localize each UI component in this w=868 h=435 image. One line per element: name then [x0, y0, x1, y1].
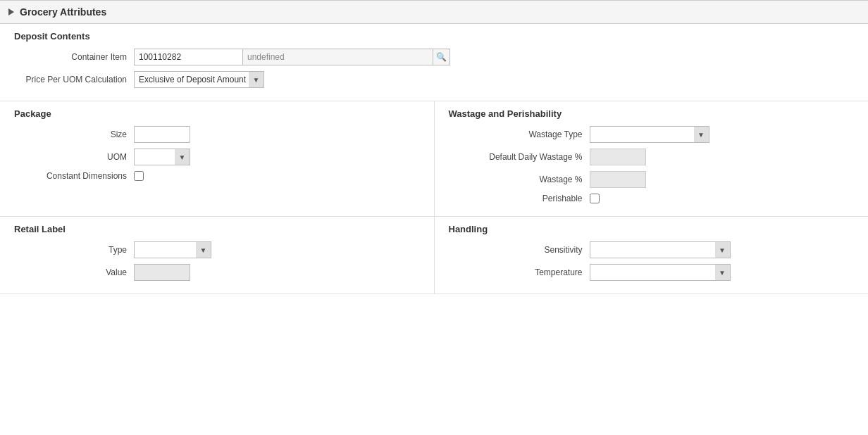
sensitivity-label: Sensitivity [449, 245, 590, 255]
sensitivity-select-wrapper: ▼ [590, 241, 731, 258]
wastage-pct-label: Wastage % [449, 175, 590, 184]
section-title: Grocery Attributes [20, 6, 106, 18]
wastage-pct-row: Wastage % [449, 171, 855, 188]
retail-type-row: Type ▼ [14, 241, 420, 258]
handling-label: Handling [449, 224, 855, 234]
temperature-row: Temperature ▼ [449, 264, 855, 281]
perishable-label: Perishable [449, 194, 590, 203]
retail-value-input [134, 264, 190, 281]
default-daily-wastage-input [590, 149, 646, 165]
wastage-section: Wastage and Perishability Wastage Type ▼… [435, 101, 869, 216]
uom-row: UOM ▼ [14, 149, 420, 165]
search-icon: 🔍 [436, 52, 447, 62]
wastage-type-row: Wastage Type ▼ [449, 126, 855, 143]
package-wastage-row: Package Size UOM ▼ Constant Dimensions [0, 101, 868, 217]
package-label: Package [14, 108, 420, 119]
container-item-search-button[interactable]: 🔍 [433, 49, 450, 65]
container-item-input[interactable] [134, 49, 243, 65]
constant-dimensions-label: Constant Dimensions [14, 171, 134, 181]
main-container: Grocery Attributes Deposit Contents Cont… [0, 0, 868, 435]
temperature-label: Temperature [449, 267, 590, 277]
wastage-type-select[interactable] [590, 126, 709, 143]
constant-dimensions-checkbox[interactable] [134, 171, 144, 181]
constant-dimensions-row: Constant Dimensions [14, 171, 420, 181]
retail-type-select[interactable] [134, 241, 211, 258]
size-label: Size [14, 130, 134, 139]
uom-select-wrapper: ▼ [134, 149, 190, 165]
price-per-uom-select[interactable]: Exclusive of Deposit Amount Inclusive of… [134, 71, 264, 88]
retail-value-label: Value [14, 267, 134, 277]
retail-value-row: Value [14, 264, 420, 281]
wastage-label: Wastage and Perishability [449, 108, 855, 119]
default-daily-wastage-row: Default Daily Wastage % [449, 149, 855, 165]
sensitivity-row: Sensitivity ▼ [449, 241, 855, 258]
retail-label-section: Retail Label Type ▼ Value [0, 217, 435, 294]
price-per-uom-label: Price Per UOM Calculation [14, 75, 134, 84]
price-per-uom-row: Price Per UOM Calculation Exclusive of D… [14, 71, 854, 88]
retail-type-select-wrapper: ▼ [134, 241, 211, 258]
size-row: Size [14, 126, 420, 143]
wastage-type-select-wrapper: ▼ [590, 126, 709, 143]
package-section: Package Size UOM ▼ Constant Dimensions [0, 101, 435, 216]
perishable-checkbox[interactable] [590, 194, 600, 203]
deposit-contents-section: Deposit Contents Container Item 🔍 Price … [0, 24, 868, 101]
sensitivity-select[interactable] [590, 241, 731, 258]
section-header: Grocery Attributes [0, 0, 868, 24]
retail-type-label: Type [14, 245, 134, 255]
uom-label: UOM [14, 152, 134, 162]
handling-section: Handling Sensitivity ▼ Temperature ▼ [435, 217, 869, 294]
price-per-uom-select-wrapper: Exclusive of Deposit Amount Inclusive of… [134, 71, 264, 88]
temperature-select[interactable] [590, 264, 731, 281]
perishable-row: Perishable [449, 194, 855, 203]
container-item-inputs: 🔍 [134, 49, 450, 65]
deposit-contents-label: Deposit Contents [14, 31, 854, 42]
default-daily-wastage-label: Default Daily Wastage % [449, 152, 590, 162]
size-input[interactable] [134, 126, 190, 143]
wastage-pct-input [590, 171, 646, 188]
container-item-row: Container Item 🔍 [14, 49, 854, 65]
retail-handling-row: Retail Label Type ▼ Value Handling S [0, 217, 868, 294]
retail-label-heading: Retail Label [14, 224, 420, 234]
wastage-type-label: Wastage Type [449, 130, 590, 139]
container-item-label: Container Item [14, 52, 134, 62]
deposit-name-input [243, 49, 433, 65]
uom-select[interactable] [134, 149, 190, 165]
collapse-icon[interactable] [8, 8, 14, 15]
temperature-select-wrapper: ▼ [590, 264, 731, 281]
